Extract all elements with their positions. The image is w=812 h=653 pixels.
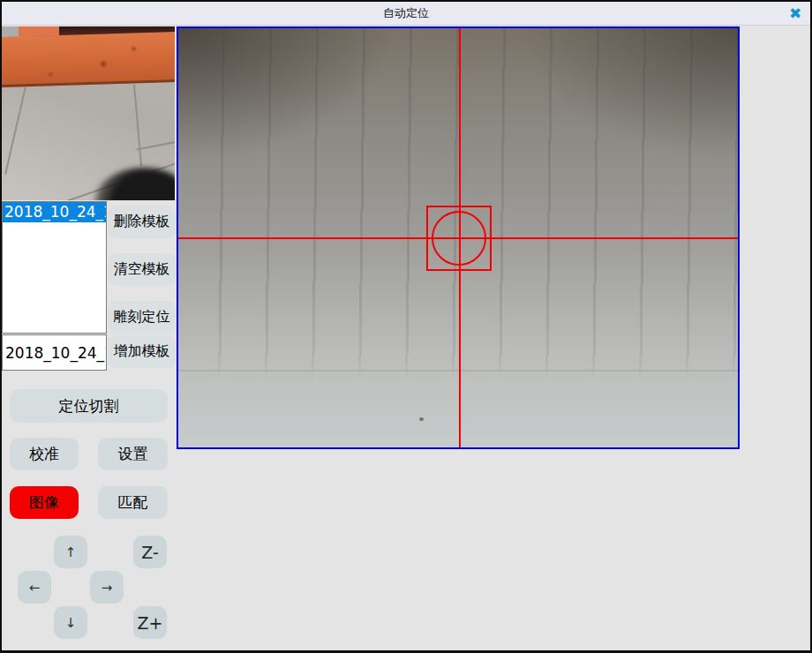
titlebar: 自动定位 ✖ [2, 2, 810, 26]
close-icon[interactable]: ✖ [786, 4, 805, 23]
jog-z-minus-button[interactable]: Z- [133, 536, 167, 568]
thumb-dark-object [95, 168, 175, 200]
settings-button[interactable]: 设置 [98, 438, 168, 470]
camera-view[interactable] [177, 26, 740, 449]
jog-up-button[interactable]: ↑ [54, 536, 87, 568]
auto-position-dialog: 自动定位 ✖ 2018_10_24_11 2018_10_24_11 删除模板 … [0, 0, 812, 653]
calibrate-button[interactable]: 校准 [10, 438, 79, 470]
match-button[interactable]: 匹配 [98, 486, 168, 519]
image-button[interactable]: 图像 [10, 486, 79, 519]
jog-down-button[interactable]: ↓ [54, 606, 87, 639]
add-template-button[interactable]: 增加模板 [108, 335, 176, 368]
camera-speck [419, 417, 424, 421]
thumb-grout-line [133, 85, 142, 166]
delete-template-button[interactable]: 删除模板 [108, 206, 176, 238]
template-name-field[interactable]: 2018_10_24_11 [2, 334, 107, 371]
position-cut-button[interactable]: 定位切割 [10, 389, 168, 423]
thumb-wood-plank [2, 32, 175, 87]
template-thumbnail [2, 26, 175, 200]
window-title: 自动定位 [383, 5, 429, 21]
jog-z-plus-button[interactable]: Z+ [133, 606, 167, 639]
template-list[interactable]: 2018_10_24_11 [2, 201, 107, 334]
engrave-position-button[interactable]: 雕刻定位 [108, 301, 176, 334]
thumb-grout-line [136, 140, 175, 150]
crosshair-horizontal-line [178, 237, 738, 239]
list-item[interactable]: 2018_10_24_11 [3, 202, 106, 222]
thumb-top-gray [2, 26, 19, 36]
thumb-grout-line [4, 86, 26, 175]
jog-right-button[interactable]: → [90, 571, 124, 604]
jog-left-button[interactable]: ← [18, 571, 51, 604]
camera-junction-line [178, 370, 738, 372]
clear-templates-button[interactable]: 清空模板 [108, 253, 176, 286]
